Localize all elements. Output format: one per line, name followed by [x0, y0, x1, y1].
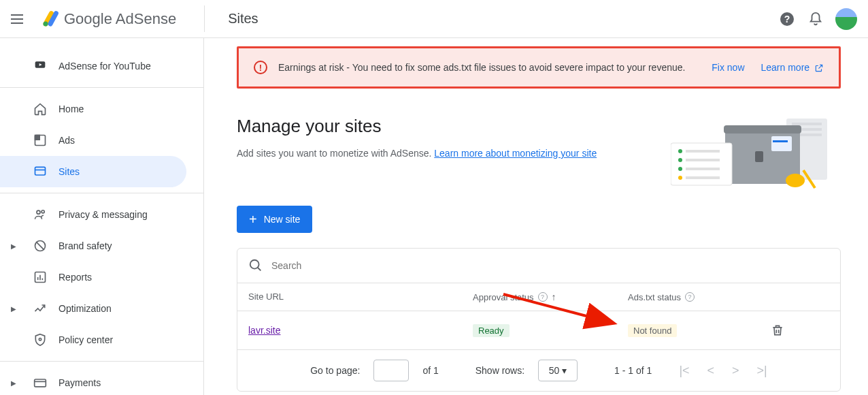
adsense-logo[interactable]: Google AdSense [41, 10, 176, 29]
col-ads-status[interactable]: Ads.txt status ? [628, 291, 771, 302]
first-page-icon[interactable]: |< [679, 364, 689, 378]
logo-text: Google AdSense [64, 10, 176, 28]
alert-icon: ! [254, 61, 267, 74]
svg-rect-17 [35, 379, 46, 387]
svg-point-39 [250, 260, 259, 269]
home-icon [33, 101, 48, 116]
delete-icon[interactable] [771, 323, 829, 337]
help-icon[interactable]: ? [538, 292, 548, 302]
chevron-right-icon: ▶ [11, 379, 19, 387]
avatar[interactable] [835, 8, 857, 30]
site-illustration [671, 116, 841, 191]
chevron-down-icon: ▾ [562, 365, 567, 376]
of-total: of 1 [422, 365, 438, 376]
sidebar-item-brand[interactable]: ▶ Brand safety [0, 230, 186, 262]
svg-point-33 [678, 167, 682, 171]
range-text: 1 - 1 of 1 [614, 365, 652, 376]
last-page-icon[interactable]: >| [757, 364, 767, 378]
new-site-button[interactable]: + New site [237, 206, 312, 233]
svg-point-8 [37, 210, 40, 214]
alert-message: Earnings at risk - You need to fix some … [278, 62, 701, 73]
fix-now-link[interactable]: Fix now [712, 62, 744, 73]
sidebar-item-payments[interactable]: ▶ Payments [0, 367, 186, 395]
prev-page-icon[interactable]: < [707, 364, 715, 378]
sidebar-item-youtube[interactable]: AdSense for YouTube [0, 50, 186, 82]
svg-line-40 [258, 268, 261, 271]
chevron-right-icon: ▶ [11, 242, 19, 250]
policy-icon [33, 332, 48, 347]
page-title: Sites [228, 11, 258, 27]
svg-rect-32 [686, 159, 720, 161]
col-site-url[interactable]: Site URL [248, 291, 473, 302]
svg-point-35 [678, 176, 682, 180]
sidebar-item-ads[interactable]: Ads [0, 125, 186, 156]
sort-up-icon[interactable]: ↑ [552, 291, 556, 302]
brand-icon [33, 238, 48, 253]
header-divider [204, 5, 205, 32]
reports-icon [33, 270, 48, 285]
sidebar-item-reports[interactable]: Reports [0, 262, 186, 293]
help-icon[interactable]: ? [778, 10, 796, 28]
sites-icon [33, 164, 48, 179]
manage-subtitle: Add sites you want to monetize with AdSe… [237, 148, 597, 159]
svg-rect-25 [755, 151, 763, 162]
privacy-icon [33, 207, 48, 222]
svg-point-29 [678, 149, 682, 153]
svg-rect-34 [686, 168, 720, 170]
chevron-right-icon: ▶ [11, 305, 19, 313]
svg-rect-26 [771, 136, 792, 151]
search-input[interactable] [271, 260, 829, 271]
svg-point-0 [44, 21, 48, 26]
sites-table-card: Site URL Approval status ? ↑ Ads.txt sta… [237, 248, 841, 392]
ads-icon [33, 133, 48, 148]
rows-select[interactable]: 50 ▾ [538, 360, 578, 381]
col-approval[interactable]: Approval status ? ↑ [473, 291, 628, 302]
svg-rect-6 [35, 167, 46, 175]
site-link[interactable]: lavr.site [248, 325, 280, 336]
sidebar-item-optimization[interactable]: ▶ Optimization [0, 293, 186, 324]
goto-page-input[interactable] [373, 360, 409, 381]
svg-rect-5 [35, 136, 40, 140]
manage-heading: Manage your sites [237, 116, 597, 137]
svg-rect-24 [724, 125, 801, 133]
goto-label: Go to page: [310, 365, 360, 376]
svg-text:?: ? [784, 14, 790, 25]
rows-label: Show rows: [475, 365, 524, 376]
svg-line-11 [36, 242, 44, 250]
approval-badge: Ready [473, 324, 510, 337]
svg-rect-20 [792, 123, 822, 125]
external-link-icon [814, 63, 824, 73]
svg-point-37 [786, 174, 805, 187]
youtube-icon [33, 59, 48, 74]
sidebar-item-home[interactable]: Home [0, 93, 186, 125]
adsstatus-badge: Not found [628, 324, 677, 337]
sidebar-item-sites[interactable]: Sites [0, 156, 186, 187]
menu-button[interactable] [11, 11, 27, 27]
table-row: lavr.site Ready Not found [237, 311, 840, 350]
pagination: Go to page: of 1 Show rows: 50 ▾ 1 - 1 o… [237, 350, 840, 391]
sidebar-item-privacy[interactable]: Privacy & messaging [0, 199, 186, 230]
notifications-icon[interactable] [807, 10, 824, 28]
earnings-alert: ! Earnings at risk - You need to fix som… [237, 46, 841, 89]
payments-icon [33, 375, 48, 390]
search-icon [248, 258, 263, 273]
monetize-learn-link[interactable]: Learn more about monetizing your site [434, 148, 597, 159]
plus-icon: + [249, 212, 257, 226]
svg-rect-36 [686, 176, 720, 179]
svg-point-31 [678, 158, 682, 162]
optim-icon [33, 301, 48, 316]
svg-rect-27 [773, 140, 788, 142]
adsense-logo-icon [41, 10, 60, 29]
svg-rect-30 [686, 150, 720, 153]
svg-point-9 [41, 210, 44, 213]
learn-more-link[interactable]: Learn more [761, 62, 824, 73]
next-page-icon[interactable]: > [732, 364, 739, 378]
svg-point-16 [39, 338, 41, 341]
sidebar-item-policy[interactable]: Policy center [0, 324, 186, 356]
help-icon[interactable]: ? [685, 292, 695, 302]
